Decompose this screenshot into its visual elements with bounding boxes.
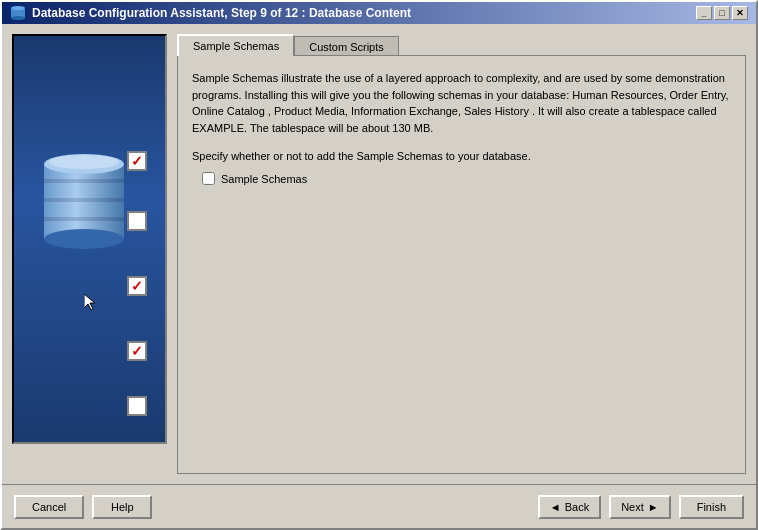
main-window: Database Configuration Assistant, Step 9… <box>0 0 758 530</box>
tabs-container: Sample Schemas Custom Scripts <box>177 34 746 55</box>
step-icon-2 <box>127 211 147 231</box>
svg-rect-4 <box>44 179 124 183</box>
minimize-button[interactable]: _ <box>696 6 712 20</box>
svg-marker-10 <box>84 294 95 310</box>
next-button[interactable]: Next ► <box>609 495 671 519</box>
next-arrow-icon: ► <box>648 501 659 513</box>
window-title: Database Configuration Assistant, Step 9… <box>32 6 411 20</box>
specify-text: Specify whether or not to add the Sample… <box>192 150 731 162</box>
step-icon-5 <box>127 396 147 416</box>
close-button[interactable]: ✕ <box>732 6 748 20</box>
description-text: Sample Schemas illustrate the use of a l… <box>192 70 731 136</box>
help-button[interactable]: Help <box>92 495 152 519</box>
maximize-button[interactable]: □ <box>714 6 730 20</box>
finish-button[interactable]: Finish <box>679 495 744 519</box>
title-bar: Database Configuration Assistant, Step 9… <box>2 2 756 24</box>
back-button[interactable]: ◄ Back <box>538 495 601 519</box>
cancel-button[interactable]: Cancel <box>14 495 84 519</box>
back-arrow-icon: ◄ <box>550 501 561 513</box>
svg-rect-5 <box>44 198 124 202</box>
database-illustration <box>39 146 129 256</box>
svg-point-9 <box>49 155 119 169</box>
sample-schemas-label: Sample Schemas <box>221 173 307 185</box>
svg-point-1 <box>11 6 25 10</box>
window-content: Sample Schemas Custom Scripts Sample Sch… <box>2 24 756 484</box>
sample-schemas-checkbox[interactable] <box>202 172 215 185</box>
svg-rect-6 <box>44 217 124 221</box>
tab-custom-scripts[interactable]: Custom Scripts <box>294 36 399 57</box>
svg-point-2 <box>11 16 25 20</box>
window-controls: _ □ ✕ <box>696 6 748 20</box>
bottom-left-buttons: Cancel Help <box>14 495 152 519</box>
bottom-bar: Cancel Help ◄ Back Next ► Finish <box>2 484 756 528</box>
cursor <box>84 294 98 312</box>
step-icon-1 <box>127 151 147 171</box>
tab-sample-schemas[interactable]: Sample Schemas <box>177 34 294 56</box>
right-panel: Sample Schemas Custom Scripts Sample Sch… <box>177 34 746 474</box>
bottom-right-buttons: ◄ Back Next ► Finish <box>538 495 744 519</box>
back-label: Back <box>565 501 589 513</box>
left-panel <box>12 34 167 444</box>
content-area: Sample Schemas illustrate the use of a l… <box>177 55 746 474</box>
app-icon <box>10 5 26 21</box>
step-icon-3 <box>127 276 147 296</box>
svg-point-7 <box>44 229 124 249</box>
step-icon-4 <box>127 341 147 361</box>
sample-schemas-checkbox-row: Sample Schemas <box>202 172 731 185</box>
next-label: Next <box>621 501 644 513</box>
